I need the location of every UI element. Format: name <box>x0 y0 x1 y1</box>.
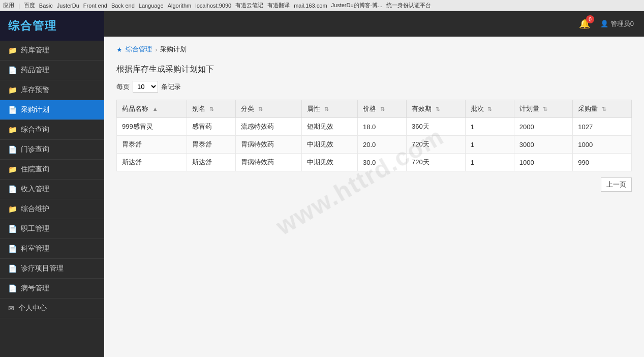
cell-row1-col3: 中期见效 <box>301 136 357 154</box>
cell-row2-col2: 胃病特效药 <box>236 154 302 171</box>
bookmark-blog[interactable]: JusterDu的博客-博... <box>331 2 383 9</box>
bookmark-apps[interactable]: 应用 <box>3 2 14 9</box>
cell-row0-col1: 感冒药 <box>187 118 236 136</box>
bookmark-youdao-note[interactable]: 有道云笔记 <box>235 2 263 9</box>
breadcrumb: ★ 综合管理 › 采购计划 <box>116 45 632 54</box>
table-row: 999感冒灵感冒药流感特效药短期见效18.0360天120001027 <box>117 118 632 136</box>
page-title: 根据库存生成采购计划如下 <box>116 64 632 75</box>
th-property[interactable]: 属性 ⇅ <box>301 100 357 118</box>
th-alias[interactable]: 别名 ⇅ <box>187 100 236 118</box>
notification-badge: 0 <box>586 15 594 23</box>
cell-row1-col1: 胃泰舒 <box>187 136 236 154</box>
admin-name: 管理员0 <box>610 20 634 27</box>
sort-icon-category: ⇅ <box>258 106 263 112</box>
cell-row1-col5: 720天 <box>407 136 466 154</box>
cell-row1-col7: 3000 <box>514 136 573 154</box>
th-plan-qty[interactable]: 计划量 ⇅ <box>514 100 573 118</box>
bookmark-algorithm[interactable]: Algorithm <box>168 3 191 9</box>
cell-row2-col8: 990 <box>573 154 632 171</box>
notification-bell[interactable]: 🔔 0 <box>579 18 590 29</box>
sidebar-label-outpatient-query: 门诊查询 <box>21 145 49 154</box>
bookmark-justerdu[interactable]: JusterDu <box>57 3 79 9</box>
sidebar-item-treatment-manage[interactable]: 📄 诊疗项目管理 <box>0 259 104 279</box>
cell-row1-col0: 胃泰舒 <box>117 136 187 154</box>
sidebar-item-department-manage[interactable]: 📄 科室管理 <box>0 239 104 259</box>
sidebar-item-outpatient-query[interactable]: 📄 门诊查询 <box>0 140 104 160</box>
bookmark-basic[interactable]: Basic <box>39 3 53 9</box>
sort-icon-purchase-qty: ⇅ <box>602 106 606 112</box>
records-per-page-select[interactable]: 10 20 50 <box>133 81 158 93</box>
cell-row1-col2: 胃病特效药 <box>236 136 302 154</box>
th-validity[interactable]: 有效期 ⇅ <box>407 100 466 118</box>
sort-icon-alias: ⇅ <box>209 106 214 112</box>
folder-icon-3: 📁 <box>8 126 17 134</box>
prev-page-button[interactable]: 上一页 <box>601 177 632 192</box>
cell-row2-col3: 中期见效 <box>301 154 357 171</box>
table-header-row: 药品名称 ▲ 别名 ⇅ 分类 ⇅ 属性 ⇅ <box>117 100 632 118</box>
cell-row2-col1: 斯达舒 <box>187 154 236 171</box>
folder-icon: 📁 <box>8 46 17 54</box>
table-row: 斯达舒斯达舒胃病特效药中期见效30.0720天11000990 <box>117 154 632 171</box>
sidebar-label-purchase-plan: 采购计划 <box>21 105 49 114</box>
bookmark-youdao-translate[interactable]: 有道翻译 <box>267 2 290 9</box>
doc-icon-7: 📄 <box>8 264 17 273</box>
breadcrumb-home-label[interactable]: 综合管理 <box>126 45 152 54</box>
sidebar-label-pharmacy-warehouse: 药库管理 <box>21 46 49 55</box>
sidebar-item-inpatient-query[interactable]: 📁 住院查询 <box>0 160 104 180</box>
bookmark-language[interactable]: Language <box>139 3 164 9</box>
folder-icon-2: 📁 <box>8 86 17 94</box>
sort-icon-batch: ⇅ <box>487 106 492 112</box>
browser-bar: 应用 | 百度 Basic JusterDu Front end Back en… <box>0 0 644 11</box>
sidebar-item-general-maintenance[interactable]: 📁 综合维护 <box>0 199 104 219</box>
th-medicine-name[interactable]: 药品名称 ▲ <box>117 100 187 118</box>
sidebar: 综合管理 📁 药库管理 📄 药品管理 📁 库存预警 📄 采购计划 📁 综合查询 … <box>0 11 104 357</box>
pagination: 上一页 <box>116 177 632 192</box>
sidebar-label-medicine-manage: 药品管理 <box>21 66 49 75</box>
bookmark-frontend[interactable]: Front end <box>83 3 107 9</box>
sidebar-label-staff-manage: 职工管理 <box>21 224 49 233</box>
bookmark-auth[interactable]: 统一身份认证平台 <box>386 2 431 9</box>
cell-row1-col6: 1 <box>465 136 514 154</box>
top-header: 🔔 0 👤 管理员0 <box>104 11 644 37</box>
content-area: ★ 综合管理 › 采购计划 根据库存生成采购计划如下 每页 10 20 50 条… <box>104 37 644 357</box>
bookmark-backend[interactable]: Back end <box>111 3 135 9</box>
bookmark-baidu[interactable]: 百度 <box>24 2 35 9</box>
table-row: 胃泰舒胃泰舒胃病特效药中期见效20.0720天130001000 <box>117 136 632 154</box>
purchase-plan-table: 药品名称 ▲ 别名 ⇅ 分类 ⇅ 属性 ⇅ <box>116 100 632 171</box>
admin-label: 👤 管理员0 <box>600 19 634 28</box>
sidebar-label-personal-center: 个人中心 <box>18 304 47 313</box>
sort-icon-property: ⇅ <box>324 106 329 112</box>
sidebar-item-pharmacy-warehouse[interactable]: 📁 药库管理 <box>0 41 104 61</box>
cell-row2-col6: 1 <box>465 154 514 171</box>
sidebar-item-patient-manage[interactable]: 📄 病号管理 <box>0 279 104 299</box>
admin-icon: 👤 <box>600 20 608 27</box>
bookmark-mail[interactable]: mail.163.com <box>294 3 327 9</box>
sidebar-item-inventory-warning[interactable]: 📁 库存预警 <box>0 80 104 100</box>
app-layout: 综合管理 📁 药库管理 📄 药品管理 📁 库存预警 📄 采购计划 📁 综合查询 … <box>0 11 644 357</box>
doc-icon-5: 📄 <box>8 225 17 233</box>
records-control: 每页 10 20 50 条记录 <box>116 81 632 93</box>
sidebar-item-general-query[interactable]: 📁 综合查询 <box>0 120 104 140</box>
records-label-pre: 每页 <box>116 82 130 92</box>
sort-icon-name: ▲ <box>152 106 158 112</box>
sidebar-label-inpatient-query: 住院查询 <box>21 165 49 174</box>
sidebar-item-personal-center[interactable]: ✉ 个人中心 <box>0 299 104 318</box>
cell-row2-col4: 30.0 <box>358 154 407 171</box>
sort-icon-price: ⇅ <box>380 106 385 112</box>
bookmark-localhost[interactable]: localhost:9090 <box>195 3 231 9</box>
th-category[interactable]: 分类 ⇅ <box>236 100 302 118</box>
th-purchase-qty[interactable]: 采购量 ⇅ <box>573 100 632 118</box>
sidebar-item-staff-manage[interactable]: 📄 职工管理 <box>0 219 104 239</box>
sort-icon-validity: ⇅ <box>436 106 440 112</box>
th-price[interactable]: 价格 ⇅ <box>358 100 407 118</box>
sort-icon-plan-qty: ⇅ <box>543 106 547 112</box>
cell-row0-col4: 18.0 <box>358 118 407 136</box>
doc-icon-4: 📄 <box>8 185 17 193</box>
sidebar-item-medicine-manage[interactable]: 📄 药品管理 <box>0 61 104 80</box>
doc-icon-2: 📄 <box>8 106 17 114</box>
th-batch[interactable]: 批次 ⇅ <box>465 100 514 118</box>
breadcrumb-home-icon: ★ <box>116 46 122 53</box>
sidebar-item-purchase-plan[interactable]: 📄 采购计划 <box>0 100 104 120</box>
sidebar-item-income-manage[interactable]: 📄 收入管理 <box>0 180 104 199</box>
cell-row0-col7: 2000 <box>514 118 573 136</box>
